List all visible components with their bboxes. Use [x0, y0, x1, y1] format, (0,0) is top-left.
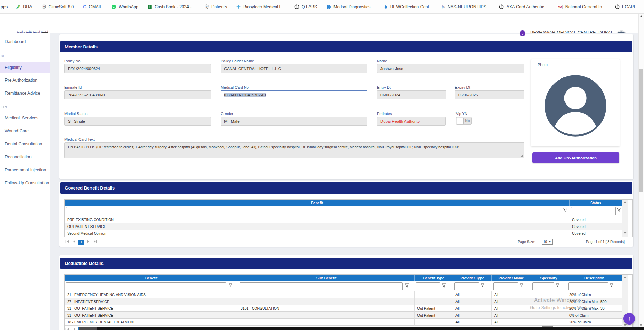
- photo-panel: Photo: [531, 59, 620, 146]
- sidebar-item-follow-up-consultation[interactable]: Follow-Up Consultation: [0, 179, 50, 187]
- ded-cell-benefit[interactable]: 21 - EMERGENCY HEARING AND VISION AIDS: [65, 291, 238, 298]
- bookmark-label: ECARE: [622, 4, 637, 9]
- filter-funnel-icon[interactable]: [610, 283, 614, 289]
- name-field[interactable]: Joshwa Jose: [377, 64, 524, 73]
- scroll-up-icon[interactable]: [640, 15, 643, 17]
- globe-icon: [499, 4, 504, 9]
- covered-row-benefit[interactable]: Second Medical Opinion: [65, 230, 570, 237]
- ded-col-speciality[interactable]: Speciality: [531, 275, 567, 281]
- ded-sub-benefit-filter-input[interactable]: [240, 282, 403, 290]
- ded-col-benefit[interactable]: Benefit: [65, 275, 238, 281]
- ded-cell-benefit[interactable]: 27 - INPATIENT SERVICE: [65, 298, 238, 305]
- filter-funnel-icon[interactable]: [481, 283, 485, 289]
- scroll-up-icon[interactable]: [624, 201, 627, 203]
- bookmark-bewcollection[interactable]: BEWCollection Cent...: [384, 4, 433, 9]
- chevron-down-icon: ▼: [549, 241, 551, 243]
- bookmark-apps[interactable]: pps: [1, 4, 8, 9]
- ded-provider-type-filter-input[interactable]: [454, 282, 479, 290]
- entry-dt-field[interactable]: 06/06/2024: [377, 90, 446, 99]
- sidebar-section-label: CE: [1, 54, 5, 58]
- scroll-down-icon[interactable]: [624, 232, 627, 234]
- emirates-field[interactable]: Dubai Health Authority: [377, 117, 446, 126]
- bookmark-medsol[interactable]: Medsol Diagnostics...: [326, 4, 374, 9]
- ded-provider-name-filter-input[interactable]: [493, 282, 518, 290]
- policy-holder-field[interactable]: CANAL CENTRAL HOTEL L.L.C: [221, 64, 367, 73]
- filter-funnel-icon[interactable]: [563, 207, 568, 213]
- bookmark-whatsapp[interactable]: WhatsApp: [111, 4, 138, 9]
- expiry-dt-field[interactable]: 05/06/2025: [455, 90, 524, 99]
- bookmark-ecare[interactable]: ECARE: [615, 4, 637, 9]
- scroll-to-top-button[interactable]: ↑: [623, 313, 635, 325]
- policy-no-field[interactable]: P/01/2024/000624: [64, 64, 211, 73]
- covered-row-benefit[interactable]: OUTPATIENT SERVICE: [65, 223, 570, 230]
- filter-funnel-icon[interactable]: [556, 283, 560, 289]
- ded-benefit-filter-input[interactable]: [66, 282, 226, 290]
- sidebar-item-reconciliation[interactable]: Reconciliation: [0, 153, 50, 161]
- scroll-up-icon[interactable]: [624, 276, 627, 278]
- medical-card-no-field[interactable]: I038-000-120415702-01: [221, 90, 367, 99]
- ded-col-benefit-type[interactable]: Benefit Type: [415, 275, 453, 281]
- ded-benefit-type-filter-input[interactable]: [416, 282, 440, 290]
- bookmark-axa[interactable]: AXA Card Authentic...: [499, 4, 547, 9]
- bookmark-qlabs[interactable]: Q LABS: [294, 4, 317, 9]
- ded-cell-benefit[interactable]: 18 - EMERGENCY DENTAL TREATMENT: [65, 319, 238, 326]
- bookmark-cashbook[interactable]: Cash Book - 2024 -...: [148, 4, 195, 9]
- covered-pagination: 1 Page Size: 10▼ Page 1 of 1 [ 3 Records…: [64, 239, 628, 245]
- bookmark-gmail[interactable]: G GMAIL: [83, 4, 102, 9]
- filter-funnel-icon[interactable]: [405, 283, 409, 289]
- covered-table-scrollbar[interactable]: [622, 200, 628, 237]
- ded-col-description[interactable]: Description: [567, 275, 622, 281]
- first-page-icon[interactable]: [64, 327, 70, 330]
- prev-page-icon[interactable]: [71, 239, 77, 244]
- ded-speciality-filter-input[interactable]: [532, 282, 554, 290]
- covered-col-status[interactable]: Status: [570, 200, 622, 206]
- gender-field[interactable]: M - Male: [221, 117, 367, 126]
- vip-yn-toggle[interactable]: No: [456, 117, 472, 125]
- bookmark-biosytech[interactable]: Biosytech Medical L...: [236, 4, 285, 9]
- entry-dt-label: Entry Dt: [377, 85, 391, 89]
- ded-description-filter-input[interactable]: [568, 282, 608, 290]
- ded-col-provider-type[interactable]: Provider Type: [453, 275, 492, 281]
- bookmark-dha[interactable]: DHA: [16, 4, 32, 9]
- covered-col-benefit[interactable]: Benefit: [65, 200, 570, 206]
- sidebar-item-remittance-advice[interactable]: Remittance Advice: [0, 89, 50, 97]
- bookmark-nas-neuron[interactable]: fa NAS-NEURON HPS...: [442, 4, 490, 9]
- page-number-button[interactable]: 1: [78, 240, 84, 245]
- add-pre-authorization-button[interactable]: Add Pre-Authorization: [532, 152, 619, 163]
- sidebar-item-eligibility[interactable]: Eligibility: [0, 62, 50, 73]
- covered-benefit-filter-input[interactable]: [66, 207, 561, 215]
- last-page-icon[interactable]: [93, 239, 98, 244]
- ded-cell-benefit[interactable]: 31 - OUTPATIENT SERVICE: [65, 305, 238, 312]
- sidebar-item-pre-authorization[interactable]: Pre Authorization: [0, 76, 50, 84]
- bookmark-patients[interactable]: V Patients: [204, 4, 227, 9]
- next-page-icon[interactable]: [85, 239, 91, 244]
- medical-card-text-area[interactable]: HN BASIC PLUS (OP restricted to clinics)…: [64, 142, 524, 158]
- bookmark-clinicsoft[interactable]: V ClinicSoft 8.0: [41, 4, 74, 9]
- sidebar-item-dental-consultation[interactable]: Dental Consultation: [0, 140, 50, 148]
- filter-funnel-icon[interactable]: [519, 283, 523, 289]
- covered-status-filter-input[interactable]: [571, 207, 616, 215]
- scroll-down-icon[interactable]: [640, 324, 642, 326]
- covered-benefit-card: Covered Benefit Details Benefit Status P…: [59, 181, 633, 247]
- resize-grip-icon[interactable]: [521, 154, 523, 157]
- sidebar-item-paracetamol-injection[interactable]: Paracetamol Injection: [0, 166, 50, 174]
- filter-funnel-icon[interactable]: [617, 207, 621, 213]
- member-details-header: Member Details: [60, 41, 632, 52]
- sidebar-item-dashboard[interactable]: Dashboard: [0, 38, 50, 46]
- activate-windows-watermark-line2: Go to Settings to activate Windows.: [530, 305, 595, 310]
- bookmark-ngi[interactable]: NGI National General In...: [557, 4, 606, 9]
- filter-funnel-icon[interactable]: [228, 283, 232, 289]
- sidebar-item-medical-services[interactable]: Medical_Services: [0, 114, 50, 122]
- ded-col-sub-benefit[interactable]: Sub Benefit: [238, 275, 415, 281]
- browser-scrollbar-thumb[interactable]: [639, 69, 643, 192]
- prev-page-icon[interactable]: [71, 327, 77, 330]
- emirate-id-field[interactable]: 784-1995-2164390-0: [64, 90, 211, 99]
- page-size-select[interactable]: 10▼: [542, 239, 553, 245]
- first-page-icon[interactable]: [64, 239, 70, 244]
- marital-status-field[interactable]: S - Single: [64, 117, 211, 126]
- ded-col-provider-name[interactable]: Provider Name: [492, 275, 531, 281]
- ded-cell-benefit[interactable]: 31 - OUTPATIENT SERVICE: [65, 312, 238, 319]
- filter-funnel-icon[interactable]: [442, 283, 446, 289]
- sidebar-item-wound-care[interactable]: Wound Care: [0, 127, 50, 135]
- covered-row-benefit[interactable]: PRE-EXISTING CONDITION: [65, 216, 570, 223]
